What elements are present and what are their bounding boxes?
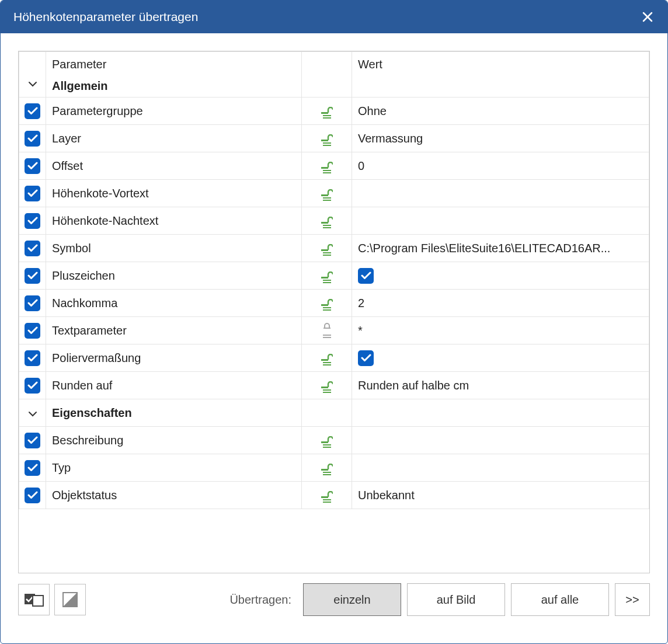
svg-rect-11 (321, 441, 328, 443)
row-checkbox[interactable] (25, 433, 40, 448)
table-row: Höhenkote-Vortext (19, 180, 649, 207)
svg-rect-3 (321, 194, 328, 196)
svg-rect-10 (321, 387, 328, 388)
parameter-label: Symbol (52, 242, 91, 255)
parameter-label: Objektstatus (52, 489, 117, 502)
checkbox-toggle-icon (24, 593, 44, 607)
lock-open-icon[interactable] (321, 464, 333, 475)
parameter-table-container: ParameterAllgemeinWertParametergruppeOhn… (18, 51, 650, 573)
row-checkbox[interactable] (25, 460, 40, 476)
parameter-value[interactable]: 2 (358, 297, 364, 309)
parameter-value[interactable]: Runden auf halbe cm (358, 379, 469, 392)
row-checkbox[interactable] (25, 350, 40, 366)
value-column-header: Wert (358, 58, 382, 71)
parameter-label: Höhenkote-Vortext (52, 187, 149, 200)
table-row: Nachkomma2 (19, 290, 649, 317)
close-button[interactable] (639, 9, 656, 25)
svg-rect-2 (321, 167, 328, 169)
row-checkbox[interactable] (25, 158, 40, 174)
footer: Übertragen: einzeln auf Bild auf alle >> (1, 573, 667, 643)
group-row: Eigenschaften (19, 399, 649, 427)
parameter-value[interactable]: Vermassung (358, 132, 423, 145)
table-row: Beschreibung (19, 427, 649, 454)
parameter-label: Runden auf (52, 379, 112, 392)
svg-rect-12 (321, 469, 328, 471)
parameter-label: Poliervermaßung (52, 351, 141, 364)
transfer-single-button[interactable]: einzeln (303, 583, 401, 616)
row-checkbox[interactable] (25, 268, 40, 284)
table-row: Offset0 (19, 152, 649, 180)
row-checkbox[interactable] (25, 488, 40, 503)
transfer-on-image-button[interactable]: auf Bild (407, 583, 505, 616)
table-row: ObjektstatusUnbekannt (19, 482, 649, 509)
row-checkbox[interactable] (25, 323, 40, 339)
svg-rect-7 (321, 304, 328, 306)
lock-open-icon[interactable] (321, 381, 333, 393)
invert-selection-button[interactable] (54, 584, 86, 615)
table-row: Poliervermaßung (19, 344, 649, 372)
titlebar: Höhenkotenparameter übertragen (1, 1, 667, 33)
parameter-label: Textparameter (52, 324, 127, 337)
row-checkbox[interactable] (25, 131, 40, 147)
transfer-label: Übertragen: (229, 593, 291, 607)
lock-open-icon[interactable] (321, 271, 333, 283)
parameter-label: Parametergruppe (52, 105, 143, 117)
expand-button[interactable]: >> (615, 583, 650, 616)
row-checkbox[interactable] (25, 241, 40, 256)
select-all-button[interactable] (18, 584, 50, 615)
lock-open-icon[interactable] (321, 244, 333, 256)
lock-closed-icon[interactable] (322, 323, 332, 338)
chevron-down-icon[interactable] (28, 81, 37, 87)
value-checkbox[interactable] (358, 268, 374, 284)
lock-open-icon[interactable] (321, 162, 333, 173)
lock-open-icon[interactable] (321, 354, 333, 365)
table-row: Höhenkote-Nachtext (19, 207, 649, 235)
row-checkbox[interactable] (25, 378, 40, 394)
parameter-value[interactable]: * (358, 324, 363, 337)
row-checkbox[interactable] (25, 186, 40, 201)
lock-open-icon[interactable] (321, 299, 333, 311)
table-row: LayerVermassung (19, 125, 649, 152)
chevron-down-icon[interactable] (28, 411, 37, 417)
svg-rect-15 (33, 596, 43, 606)
parameter-value[interactable]: C:\Program Files\EliteSuite16\ELITECAD16… (358, 242, 610, 255)
lock-open-icon[interactable] (321, 491, 333, 503)
group-header[interactable]: Eigenschaften (52, 406, 132, 419)
transfer-on-all-button[interactable]: auf alle (511, 583, 609, 616)
value-checkbox[interactable] (358, 350, 374, 366)
svg-rect-1 (321, 140, 328, 141)
svg-rect-5 (321, 249, 328, 251)
svg-rect-13 (321, 496, 328, 498)
svg-rect-8 (323, 328, 330, 329)
lock-open-icon[interactable] (321, 217, 333, 228)
dialog-title: Höhenkotenparameter übertragen (13, 10, 198, 24)
group-header[interactable]: Allgemein (52, 79, 295, 93)
svg-rect-4 (321, 222, 328, 224)
svg-rect-0 (321, 112, 328, 114)
row-checkbox[interactable] (25, 295, 40, 311)
parameter-label: Offset (52, 159, 83, 172)
table-row: Runden aufRunden auf halbe cm (19, 372, 649, 399)
parameter-value[interactable]: 0 (358, 159, 364, 172)
footer-left-tools (18, 584, 86, 615)
parameter-value[interactable]: Unbekannt (358, 489, 415, 502)
parameter-label: Typ (52, 461, 71, 474)
lock-open-icon[interactable] (321, 107, 333, 119)
contrast-icon (61, 591, 79, 608)
close-icon (642, 12, 653, 22)
row-checkbox[interactable] (25, 213, 40, 229)
table-header-row: ParameterAllgemeinWert (19, 52, 649, 98)
parameter-value[interactable]: Ohne (358, 105, 387, 117)
lock-open-icon[interactable] (321, 436, 333, 448)
table-row: Pluszeichen (19, 262, 649, 290)
parameter-table: ParameterAllgemeinWertParametergruppeOhn… (19, 51, 649, 509)
row-checkbox[interactable] (25, 103, 40, 119)
parameter-label: Nachkomma (52, 297, 117, 309)
table-row: ParametergruppeOhne (19, 98, 649, 125)
parameter-column-header: Parameter (52, 58, 295, 71)
parameter-label: Layer (52, 132, 81, 145)
table-row: Textparameter* (19, 317, 649, 344)
lock-open-icon[interactable] (321, 134, 333, 146)
lock-open-icon[interactable] (321, 189, 333, 201)
parameter-label: Beschreibung (52, 434, 123, 447)
